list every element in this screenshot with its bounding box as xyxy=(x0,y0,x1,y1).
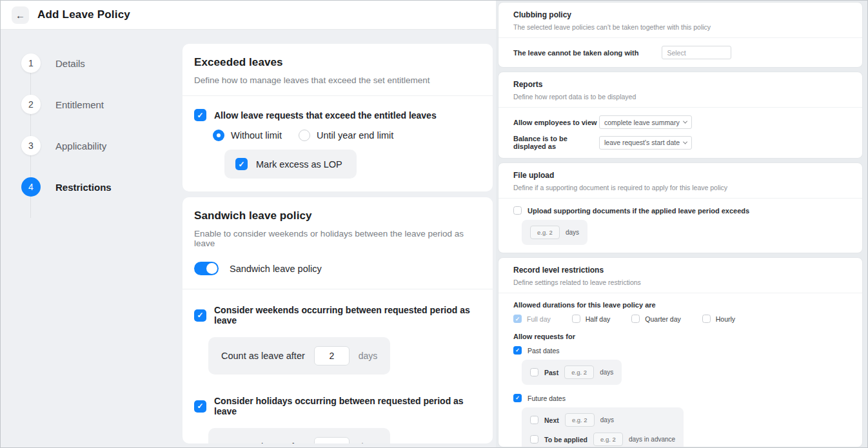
past-dates-row: ✓ Past dates xyxy=(513,346,847,355)
stepper-item-applicability[interactable]: 3 Applicability xyxy=(1,136,182,155)
file-upload-body: Upload supporting documents if the appli… xyxy=(498,199,862,253)
next-days-input[interactable] xyxy=(565,413,595,427)
sandwich-policy-toggle[interactable] xyxy=(194,262,219,275)
step-label: Details xyxy=(55,58,85,69)
weekends-count-box: Count as leave after days xyxy=(208,337,390,375)
stepper-item-entitlement[interactable]: 2 Entitlement xyxy=(1,95,182,114)
days-in-advance-label: days in advance xyxy=(629,436,675,443)
quarter-day-checkbox[interactable] xyxy=(631,315,640,323)
back-button[interactable]: ← xyxy=(12,6,29,24)
stepper-item-details[interactable]: 1 Details xyxy=(1,54,182,73)
file-upload-card: File upload Define if a supporting docum… xyxy=(498,162,863,253)
reports-row: Balance is to be displayed as leave requ… xyxy=(513,135,847,150)
durations-label: Allowed durations for this leave policy … xyxy=(513,301,847,309)
next-checkbox[interactable] xyxy=(530,416,538,424)
past-days-input[interactable] xyxy=(564,365,594,379)
upload-days-input[interactable] xyxy=(530,226,560,239)
half-day-checkbox[interactable] xyxy=(572,315,580,323)
holidays-checkbox[interactable]: ✓ xyxy=(194,400,206,413)
holidays-label: Consider holidays occurring between requ… xyxy=(214,396,481,416)
without-limit-radio[interactable] xyxy=(213,130,224,141)
holidays-days-input[interactable] xyxy=(314,437,350,443)
full-day-label: Full day xyxy=(527,315,551,323)
exceeded-leaves-head: Exceeded leaves Define how to manage lea… xyxy=(182,44,493,95)
durations-row: ✓ Full day Half day Quarter day Hourly xyxy=(513,315,847,323)
to-be-applied-input[interactable] xyxy=(593,433,623,446)
reports-body: Allow employees to view complete leave s… xyxy=(498,108,862,158)
next-label: Next xyxy=(544,416,559,424)
weekends-checkbox[interactable]: ✓ xyxy=(194,309,206,322)
stepper-item-restrictions[interactable]: 4 Restrictions xyxy=(1,177,182,197)
sandwich-toggle-label: Sandwich leave policy xyxy=(230,264,322,274)
upload-days-row: days xyxy=(530,226,579,239)
record-head: Record level restrictions Define setting… xyxy=(498,258,862,293)
to-be-applied-checkbox[interactable] xyxy=(530,435,538,443)
exceeded-leaves-body: ✓ Allow leave requests that exceed the e… xyxy=(182,96,493,191)
to-be-applied-label: To be applied xyxy=(544,436,587,443)
future-dates-row: ✓ Future dates xyxy=(513,394,847,402)
upload-docs-checkbox[interactable] xyxy=(513,206,522,215)
days-label: days xyxy=(600,369,613,376)
past-dates-checkbox[interactable]: ✓ xyxy=(513,346,522,355)
days-label: days xyxy=(359,442,378,443)
future-dates-checkbox[interactable]: ✓ xyxy=(513,394,522,402)
to-be-applied-row: To be applied days in advance xyxy=(530,433,675,446)
duration-hourly: Hourly xyxy=(702,315,735,323)
days-label: days xyxy=(600,416,614,424)
reports-head: Reports Define how report data is to be … xyxy=(498,72,862,107)
mark-lop-checkbox[interactable]: ✓ xyxy=(235,158,248,170)
back-arrow-icon: ← xyxy=(15,10,25,21)
allow-exceed-label: Allow leave requests that exceed the ent… xyxy=(214,110,437,121)
mark-lop-label: Mark excess as LOP xyxy=(256,159,342,170)
section-subtitle: Enable to consider weekends or holidays … xyxy=(194,229,481,248)
clubbing-select[interactable]: Select xyxy=(662,46,731,59)
sandwich-head: Sandwich leave policy Enable to consider… xyxy=(182,197,493,248)
past-days-row: Past days xyxy=(530,365,613,379)
allow-view-select[interactable]: complete leave summary xyxy=(599,115,692,129)
count-label: Count as leave after xyxy=(221,351,305,361)
past-label: Past xyxy=(544,369,558,376)
until-year-end-label: Until year end limit xyxy=(317,130,393,141)
clubbing-head: Clubbing policy The selected leave polic… xyxy=(498,3,862,37)
until-year-end-radio[interactable] xyxy=(299,130,310,141)
step-number: 2 xyxy=(21,95,41,114)
hourly-label: Hourly xyxy=(716,315,735,323)
weekends-row: ✓ Consider weekends occurring between re… xyxy=(194,305,481,326)
future-days-box: Next days To be applied days in advance xyxy=(522,407,684,447)
quarter-day-label: Quarter day xyxy=(645,315,680,323)
sandwich-body: ✓ Consider weekends occurring between re… xyxy=(182,289,493,443)
exceeded-leaves-card: Exceeded leaves Define how to manage lea… xyxy=(182,44,493,191)
section-subtitle: The selected leave policies can't be tak… xyxy=(513,23,847,31)
section-subtitle: Define how report data is to be displaye… xyxy=(513,93,847,101)
chevron-down-icon xyxy=(683,119,687,124)
add-leave-policy-screen: ← Add Leave Policy 1 Details 2 Entitleme… xyxy=(0,0,868,448)
duration-half-day: Half day xyxy=(572,315,611,323)
main-column: Exceeded leaves Define how to manage lea… xyxy=(182,30,496,447)
chevron-down-icon xyxy=(683,139,687,144)
holidays-count-box: Count as leave after days xyxy=(208,428,390,443)
clubbing-policy-card: Clubbing policy The selected leave polic… xyxy=(498,2,863,68)
section-title: Reports xyxy=(513,80,847,89)
file-upload-head: File upload Define if a supporting docum… xyxy=(498,163,862,198)
hourly-checkbox[interactable] xyxy=(702,315,711,323)
balance-display-select[interactable]: leave request's start date xyxy=(599,136,692,150)
allow-exceed-checkbox[interactable]: ✓ xyxy=(194,109,206,121)
record-body: Allowed durations for this leave policy … xyxy=(498,293,862,447)
section-title: Clubbing policy xyxy=(513,10,847,19)
upload-docs-row: Upload supporting documents if the appli… xyxy=(513,206,847,215)
record-restrictions-card: Record level restrictions Define setting… xyxy=(498,257,863,447)
past-checkbox[interactable] xyxy=(530,368,538,376)
section-title: Record level restrictions xyxy=(513,266,847,275)
section-title: Sandwich leave policy xyxy=(194,209,481,222)
left-pane: ← Add Leave Policy 1 Details 2 Entitleme… xyxy=(1,1,496,447)
sandwich-toggle-row: Sandwich leave policy xyxy=(182,248,493,289)
full-day-checkbox[interactable]: ✓ xyxy=(513,315,522,323)
section-subtitle: Define how to manage leaves that exceed … xyxy=(194,75,481,85)
upload-days-box: days xyxy=(522,220,587,245)
reports-card: Reports Define how report data is to be … xyxy=(498,72,863,159)
select-value: Select xyxy=(667,49,686,57)
weekends-days-input[interactable] xyxy=(314,346,350,365)
toggle-knob xyxy=(206,263,217,274)
section-title: Exceeded leaves xyxy=(194,56,481,69)
count-label: Count as leave after xyxy=(221,442,305,443)
